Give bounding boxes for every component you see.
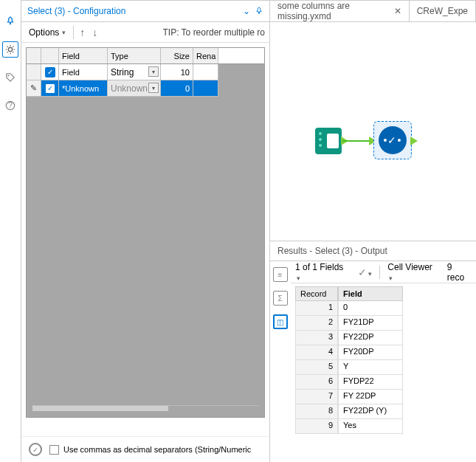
results-title: Results - Select (3) - Output <box>270 241 476 261</box>
row-type[interactable]: String▾ <box>108 64 161 80</box>
validate-icon[interactable]: ✓ <box>29 443 42 456</box>
row-field[interactable]: Field <box>59 64 108 80</box>
options-dropdown[interactable]: Options▾ <box>26 26 69 39</box>
col-edit[interactable] <box>27 48 41 63</box>
field-value: Yes <box>338 419 403 434</box>
col-field[interactable]: Field <box>59 48 108 63</box>
check-icon[interactable]: ✓▾ <box>358 266 372 278</box>
results-panel: Results - Select (3) - Output ≡ Σ ◫ 1 of… <box>270 241 476 462</box>
row-edit-icon[interactable] <box>27 64 41 80</box>
record-num: 8 <box>295 404 338 419</box>
fields-summary[interactable]: 1 of 1 Fields ▾ <box>295 262 351 283</box>
pin-icon[interactable] <box>255 7 263 15</box>
record-num: 1 <box>295 301 338 316</box>
configuration-panel: Select (3) - Configuration ⌄ Options▾ ↑ … <box>21 0 270 462</box>
row-rename[interactable] <box>193 64 218 80</box>
col-type[interactable]: Type <box>108 48 161 63</box>
help-icon[interactable]: ? <box>2 97 18 114</box>
type-dropdown-icon[interactable]: ▾ <box>148 66 159 77</box>
field-value: 0 <box>338 301 403 316</box>
col-size[interactable]: Size <box>161 48 193 63</box>
table-row[interactable]: 6FYDP22 <box>295 375 476 390</box>
config-toolbar: Options▾ ↑ ↓ TIP: To reorder multiple ro <box>21 22 269 43</box>
table-row[interactable]: 3FY22DP <box>295 331 476 345</box>
tag-icon[interactable] <box>2 69 18 86</box>
select-tool-node[interactable]: •✓• <box>373 121 412 159</box>
field-value: Y <box>338 360 403 375</box>
horizontal-scrollbar[interactable] <box>32 405 258 411</box>
table-row[interactable]: ✎ ✓ *Unknown Unknown▾ 0 <box>27 80 264 97</box>
decimal-commas-label: Use commas as decimal separators (String… <box>63 445 251 454</box>
config-title: Select (3) - Configuration <box>27 6 238 16</box>
results-view-icons: ≡ Σ ◫ <box>270 261 291 462</box>
record-num: 5 <box>295 360 338 375</box>
config-footer: ✓ Use commas as decimal separators (Stri… <box>21 436 269 462</box>
workflow-tabs: some columns are missing.yxmd ✕ CReW_Exp… <box>270 0 476 22</box>
right-panel: some columns are missing.yxmd ✕ CReW_Exp… <box>270 0 476 462</box>
workflow-canvas[interactable]: •✓• <box>270 22 476 241</box>
table-row[interactable]: 8FY22DP (Y) <box>295 404 476 419</box>
field-grid[interactable]: Field Type Size Rena ✓ Field String▾ 10 … <box>26 47 265 418</box>
field-grid-wrap: Field Type Size Rena ✓ Field String▾ 10 … <box>21 43 269 436</box>
left-rail: ? <box>0 0 21 462</box>
col-rename[interactable]: Rena <box>193 48 218 63</box>
table-row[interactable]: 5Y <box>295 360 476 375</box>
record-num: 2 <box>295 316 338 331</box>
detail-view-icon[interactable]: ◫ <box>273 314 288 329</box>
row-checkbox[interactable]: ✓ <box>41 80 59 97</box>
pin-icon[interactable] <box>2 13 18 30</box>
caret-down-icon: ▾ <box>62 29 66 36</box>
gear-icon[interactable] <box>2 41 18 58</box>
record-num: 9 <box>295 419 338 434</box>
field-value: FYDP22 <box>338 375 403 390</box>
record-num: 4 <box>295 345 338 360</box>
results-table[interactable]: Record Field 102FY21DP3FY22DP4FY20DP5Y6F… <box>291 283 476 434</box>
chevron-down-icon[interactable]: ⌄ <box>243 6 250 16</box>
move-up-button[interactable]: ↑ <box>78 27 86 38</box>
table-row[interactable]: 2FY21DP <box>295 316 476 331</box>
row-size[interactable]: 10 <box>161 64 193 80</box>
close-icon[interactable]: ✕ <box>394 6 401 16</box>
field-value: FY22DP <box>338 331 403 345</box>
cell-viewer-dropdown[interactable]: Cell Viewer ▾ <box>387 262 439 283</box>
results-toolbar: 1 of 1 Fields ▾ ✓▾ Cell Viewer ▾ 9 reco <box>291 261 476 283</box>
table-row[interactable]: 4FY20DP <box>295 345 476 360</box>
field-value: FY22DP (Y) <box>338 404 403 419</box>
col-field[interactable]: Field <box>338 286 403 301</box>
config-title-bar: Select (3) - Configuration ⌄ <box>21 0 269 22</box>
decimal-commas-checkbox[interactable] <box>49 445 59 455</box>
field-value: FY21DP <box>338 316 403 331</box>
list-view-icon[interactable]: ≡ <box>273 267 288 282</box>
pencil-icon[interactable]: ✎ <box>27 80 41 97</box>
row-type[interactable]: Unknown▾ <box>108 80 161 97</box>
field-value: FY20DP <box>338 345 403 360</box>
record-num: 3 <box>295 331 338 345</box>
svg-point-1 <box>7 75 9 76</box>
input-tool-node[interactable] <box>313 125 344 156</box>
grid-header: Field Type Size Rena <box>27 48 264 64</box>
svg-point-0 <box>8 47 12 51</box>
row-size[interactable]: 0 <box>161 80 193 97</box>
record-num: 6 <box>295 375 338 390</box>
field-value: FY 22DP <box>338 390 403 404</box>
record-num: 7 <box>295 390 338 404</box>
table-row[interactable]: 7FY 22DP <box>295 390 476 404</box>
row-field[interactable]: *Unknown <box>59 80 108 97</box>
tab-workflow[interactable]: some columns are missing.yxmd ✕ <box>270 1 410 21</box>
row-checkbox[interactable]: ✓ <box>41 64 59 80</box>
move-down-button[interactable]: ↓ <box>91 27 99 38</box>
tip-text: TIP: To reorder multiple ro <box>163 27 266 38</box>
table-row[interactable]: 9Yes <box>295 419 476 434</box>
sigma-view-icon[interactable]: Σ <box>273 291 288 306</box>
row-rename[interactable] <box>193 80 218 97</box>
svg-text:?: ? <box>8 100 13 109</box>
col-check[interactable] <box>41 48 59 63</box>
output-port-icon[interactable] <box>410 137 418 145</box>
records-summary: 9 reco <box>447 262 472 283</box>
table-row[interactable]: 10 <box>295 301 476 316</box>
col-record[interactable]: Record <box>295 286 338 301</box>
table-row[interactable]: ✓ Field String▾ 10 <box>27 64 264 80</box>
tab-workflow[interactable]: CReW_Expe <box>410 1 476 21</box>
type-dropdown-icon[interactable]: ▾ <box>148 83 159 93</box>
